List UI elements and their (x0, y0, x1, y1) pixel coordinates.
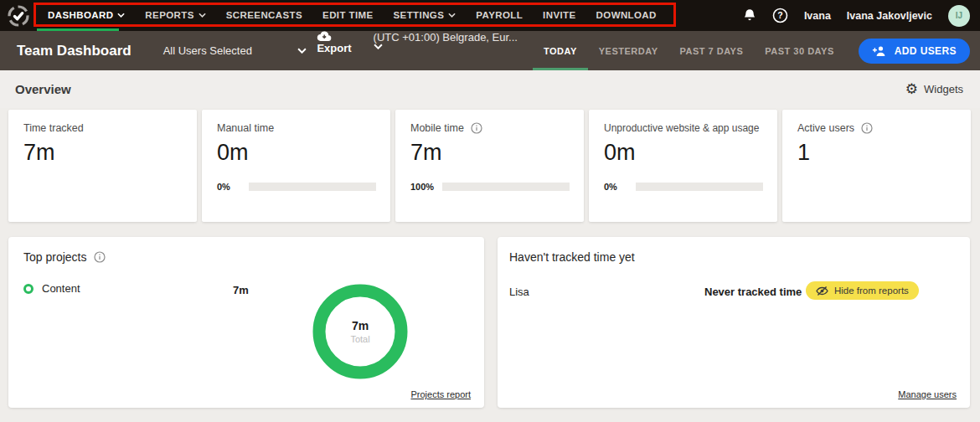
page-title: Team Dashboard (17, 31, 132, 70)
stat-value: 1 (797, 140, 957, 166)
stat-label: Active users (797, 122, 854, 134)
chevron-down-icon (448, 13, 456, 18)
chevron-down-icon (199, 13, 206, 18)
bottom-row: Top projects Content 7m 7m Total Project… (8, 237, 970, 408)
add-users-label: ADD USERS (895, 45, 957, 57)
stat-card-active-users: Active users 1 (782, 110, 971, 222)
gear-icon: ⚙ (905, 82, 918, 96)
chevron-down-icon (117, 13, 125, 18)
info-icon[interactable] (94, 251, 106, 263)
stat-label: Time tracked (23, 122, 84, 134)
progress-percent: 0% (217, 182, 240, 192)
nav-item-label: REPORTS (145, 10, 193, 20)
date-range-tabs: TODAY YESTERDAY PAST 7 DAYS PAST 30 DAYS (533, 31, 845, 70)
projects-report-link[interactable]: Projects report (410, 389, 471, 399)
active-nav-underline (37, 28, 119, 31)
hide-from-reports-button[interactable]: Hide from reports (806, 281, 919, 300)
nav-highlight-box: DASHBOARD REPORTS SCREENCASTS EDIT TIME … (34, 3, 676, 27)
legend-color-ring (23, 284, 34, 294)
nav-item-label: PAYROLL (476, 10, 523, 20)
chevron-down-icon (374, 44, 383, 49)
chevron-down-icon (297, 48, 307, 54)
toolbar-right: Export (UTC +01:00) Belgrade, Eur... TOD… (317, 31, 970, 70)
help-icon[interactable]: ? (772, 8, 788, 23)
nav-item-label: INVITE (543, 10, 575, 20)
nav-item-label: EDIT TIME (322, 10, 373, 20)
stat-card-unproductive-usage: Unproductive website & app usage 0m 0% (589, 110, 777, 222)
timezone-dropdown[interactable]: (UTC +01:00) Belgrade, Eur... (374, 31, 518, 70)
donut-total-label: Total (350, 334, 369, 344)
tracking-status: Never tracked time (704, 286, 802, 298)
user-filter-dropdown[interactable]: All Users Selected (163, 31, 307, 70)
user-full-name[interactable]: Ivana Jakovljevic (847, 10, 932, 22)
nav-item-label: DASHBOARD (48, 10, 113, 20)
widgets-label: Widgets (924, 83, 963, 95)
stat-value: 7m (410, 140, 570, 166)
nav-item-settings[interactable]: SETTINGS (384, 10, 467, 20)
stat-value: 0m (217, 140, 376, 166)
nav-item-download[interactable]: DOWNLOAD (586, 10, 667, 20)
legend-project-name: Content (42, 282, 80, 295)
nav-item-label: SETTINGS (394, 10, 445, 20)
stat-value: 7m (23, 140, 183, 166)
avatar[interactable]: IJ (948, 5, 970, 27)
legend-project-time: 7m (233, 284, 249, 296)
stat-card-mobile-time: Mobile time 7m 100% (395, 110, 584, 222)
stat-value: 0m (604, 140, 763, 166)
user-first-name[interactable]: Ivana (804, 10, 831, 22)
nav-item-label: DOWNLOAD (596, 10, 657, 20)
eye-off-icon (816, 286, 828, 296)
tab-today[interactable]: TODAY (533, 31, 588, 70)
manage-users-link[interactable]: Manage users (898, 389, 957, 399)
nav-item-payroll[interactable]: PAYROLL (466, 10, 533, 20)
nav-item-screencasts[interactable]: SCREENCASTS (216, 10, 312, 20)
user-filter-value: All Users Selected (163, 44, 252, 57)
tab-past-7-days[interactable]: PAST 7 DAYS (668, 31, 754, 70)
stat-label: Mobile time (410, 122, 464, 134)
info-icon[interactable] (471, 122, 482, 134)
add-users-button[interactable]: ADD USERS (859, 39, 970, 64)
stat-label: Unproductive website & app usage (604, 122, 759, 134)
panel-title: Top projects (23, 250, 86, 264)
widgets-button[interactable]: ⚙ Widgets (905, 82, 963, 96)
user-name: Lisa (509, 286, 529, 298)
dashboard-toolbar: Team Dashboard All Users Selected Export… (0, 31, 980, 70)
not-tracked-panel: Haven't tracked time yet Lisa Never trac… (498, 237, 970, 408)
progress-bar: 0% (604, 182, 763, 192)
stat-label: Manual time (217, 122, 274, 134)
app-logo-icon[interactable] (8, 5, 29, 27)
stat-card-manual-time: Manual time 0m 0% (202, 110, 390, 222)
hide-from-reports-label: Hide from reports (834, 286, 909, 296)
notifications-bell-icon[interactable] (743, 8, 756, 23)
nav-item-invite[interactable]: INVITE (533, 10, 585, 20)
progress-bar: 100% (410, 182, 570, 192)
svg-text:?: ? (777, 10, 782, 20)
progress-percent: 0% (604, 182, 627, 192)
nav-item-edit-time[interactable]: EDIT TIME (312, 10, 383, 20)
top-projects-panel: Top projects Content 7m 7m Total Project… (8, 237, 484, 408)
panel-title: Haven't tracked time yet (509, 250, 635, 264)
stats-row: Time tracked 7m Manual time 0m 0% Mobile… (8, 110, 971, 222)
donut-total-value: 7m (352, 319, 369, 332)
progress-bar: 0% (217, 182, 376, 192)
progress-percent: 100% (410, 182, 434, 192)
nav-item-reports[interactable]: REPORTS (135, 10, 215, 20)
timezone-value: (UTC +01:00) Belgrade, Eur... (374, 31, 518, 44)
info-icon[interactable] (861, 122, 873, 134)
section-title: Overview (15, 82, 71, 96)
nav-item-dashboard[interactable]: DASHBOARD (38, 10, 135, 20)
person-add-icon (872, 45, 887, 57)
tab-past-30-days[interactable]: PAST 30 DAYS (754, 31, 844, 70)
nav-item-label: SCREENCASTS (226, 10, 302, 20)
export-label: Export (317, 42, 351, 54)
cloud-download-icon (317, 31, 332, 42)
projects-donut-chart: 7m Total (312, 283, 409, 380)
stat-card-time-tracked: Time tracked 7m (8, 110, 197, 222)
legend-item-content: Content (23, 282, 80, 295)
tab-yesterday[interactable]: YESTERDAY (588, 31, 669, 70)
top-nav-bar: DASHBOARD REPORTS SCREENCASTS EDIT TIME … (0, 0, 980, 31)
export-button[interactable]: Export (317, 31, 351, 70)
top-nav-right: ? Ivana Ivana Jakovljevic IJ (743, 5, 980, 27)
overview-header: Overview ⚙ Widgets (0, 70, 980, 108)
